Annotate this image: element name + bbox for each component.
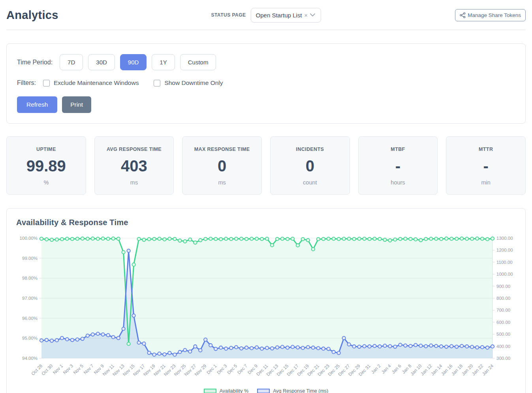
svg-text:Nov 3: Nov 3 <box>62 363 74 375</box>
filter-show-downtime[interactable]: Show Downtime Only <box>154 79 223 86</box>
manage-share-tokens-button[interactable]: Manage Share Tokens <box>455 9 526 21</box>
response-legend-label: Avg Response Time (ms) <box>273 388 328 393</box>
svg-text:Dec 7: Dec 7 <box>237 363 248 375</box>
status-page-select[interactable]: Open Startup List × <box>251 8 321 23</box>
svg-text:1100.00: 1100.00 <box>496 260 513 265</box>
stat-card-incidents: INCIDENTS 0 count <box>270 136 350 195</box>
time-period-button-custom[interactable]: Custom <box>180 54 216 70</box>
filter-show-downtime-label: Show Downtime Only <box>164 79 223 86</box>
stat-unit: hours <box>362 179 434 186</box>
svg-text:800.00: 800.00 <box>496 296 510 301</box>
svg-text:Nov 1: Nov 1 <box>52 363 64 375</box>
svg-text:Jan 12: Jan 12 <box>420 363 433 376</box>
print-button[interactable]: Print <box>62 96 91 113</box>
svg-text:700.00: 700.00 <box>496 308 510 312</box>
time-period-row: Time Period: 7D 30D 90D 1Y Custom <box>17 54 515 70</box>
svg-text:900.00: 900.00 <box>496 284 510 289</box>
stat-label: MAX RESPONSE TIME <box>186 147 258 152</box>
status-page-label: STATUS PAGE <box>211 12 246 18</box>
svg-text:Nov 7: Nov 7 <box>83 363 94 375</box>
header-divider <box>6 30 526 30</box>
svg-text:98.00%: 98.00% <box>22 276 38 280</box>
svg-text:1000.00: 1000.00 <box>496 272 513 276</box>
svg-text:Dec 31: Dec 31 <box>358 363 371 377</box>
svg-text:500.00: 500.00 <box>496 332 510 337</box>
svg-text:Jan 22: Jan 22 <box>471 363 484 376</box>
header: Analytics STATUS PAGE Open Startup List … <box>6 6 526 24</box>
stat-value: - <box>362 157 434 175</box>
stat-card-uptime: UPTIME 99.89 % <box>6 136 86 195</box>
legend-item-response-time[interactable]: Avg Response Time (ms) <box>257 388 328 393</box>
stat-label: MTTR <box>449 147 522 152</box>
share-icon <box>460 12 466 18</box>
svg-text:Nov 5: Nov 5 <box>73 363 85 375</box>
time-period-button-7d[interactable]: 7D <box>60 54 83 70</box>
availability-legend-label: Availability % <box>220 388 248 393</box>
page-title: Analytics <box>6 9 58 22</box>
svg-text:96.00%: 96.00% <box>22 316 38 321</box>
svg-text:Oct 28: Oct 28 <box>30 363 43 376</box>
refresh-button[interactable]: Refresh <box>17 96 57 113</box>
stat-unit: ms <box>98 179 171 186</box>
stat-card-max-response: MAX RESPONSE TIME 0 ms <box>182 136 262 195</box>
svg-text:Jan 18: Jan 18 <box>451 363 464 376</box>
clear-selection-icon[interactable]: × <box>304 12 308 18</box>
svg-text:Nov 29: Nov 29 <box>194 363 207 377</box>
status-page-value: Open Startup List <box>256 12 302 19</box>
svg-text:Jan 20: Jan 20 <box>461 363 474 376</box>
stat-value: - <box>449 157 522 175</box>
legend-item-availability[interactable]: Availability % <box>204 388 248 393</box>
time-period-label: Time Period: <box>17 59 53 66</box>
time-period-button-30d[interactable]: 30D <box>88 54 115 70</box>
svg-text:99.00%: 99.00% <box>22 256 38 261</box>
status-page-group: STATUS PAGE Open Startup List × <box>211 8 321 23</box>
chevron-down-icon <box>310 13 315 17</box>
svg-text:94.00%: 94.00% <box>22 356 38 361</box>
controls-panel: Time Period: 7D 30D 90D 1Y Custom Filter… <box>6 43 526 124</box>
chart-title: Availability & Response Time <box>16 218 516 227</box>
stat-value: 0 <box>274 157 346 175</box>
svg-text:400.00: 400.00 <box>496 344 510 349</box>
stat-unit: % <box>10 179 83 186</box>
filter-exclude-maintenance-label: Exclude Maintenance Windows <box>54 79 139 86</box>
stat-card-avg-response: AVG RESPONSE TIME 403 ms <box>94 136 174 195</box>
filter-exclude-maintenance[interactable]: Exclude Maintenance Windows <box>43 79 139 86</box>
filters-row: Filters: Exclude Maintenance Windows Sho… <box>17 79 515 86</box>
svg-text:Jan 6: Jan 6 <box>391 363 402 374</box>
stat-value: 403 <box>98 157 171 175</box>
stat-card-mttr: MTTR - min <box>446 136 526 195</box>
svg-text:300.00: 300.00 <box>496 356 510 361</box>
stats-row: UPTIME 99.89 % AVG RESPONSE TIME 403 ms … <box>6 136 526 195</box>
filters-label: Filters: <box>17 79 36 86</box>
stat-label: AVG RESPONSE TIME <box>98 147 171 152</box>
svg-text:Dec 3: Dec 3 <box>216 363 228 375</box>
svg-text:100.00%: 100.00% <box>20 236 38 241</box>
svg-text:Jan 24: Jan 24 <box>481 363 494 376</box>
stat-value: 0 <box>186 157 258 175</box>
svg-text:Jan 10: Jan 10 <box>410 363 423 376</box>
time-period-button-90d[interactable]: 90D <box>120 54 147 70</box>
stat-unit: ms <box>186 179 258 186</box>
time-period-button-1y[interactable]: 1Y <box>152 54 175 70</box>
svg-text:95.00%: 95.00% <box>22 336 38 340</box>
svg-text:97.00%: 97.00% <box>22 296 38 301</box>
svg-text:Dec 5: Dec 5 <box>226 363 238 375</box>
stat-label: MTBF <box>362 147 434 152</box>
stat-unit: count <box>274 179 346 186</box>
availability-response-chart: 100.00%99.00%98.00%97.00%96.00%95.00%94.… <box>16 233 516 387</box>
svg-text:Jan 2: Jan 2 <box>370 363 382 374</box>
stat-label: INCIDENTS <box>274 147 346 152</box>
checkbox-exclude-maintenance[interactable] <box>43 80 50 86</box>
svg-text:Jan 16: Jan 16 <box>440 363 453 376</box>
svg-text:Jan 4: Jan 4 <box>380 363 392 375</box>
manage-share-tokens-label: Manage Share Tokens <box>468 12 521 18</box>
svg-text:1300.00: 1300.00 <box>496 236 513 241</box>
svg-text:1200.00: 1200.00 <box>496 248 513 252</box>
svg-text:Oct 30: Oct 30 <box>41 363 53 376</box>
chart-panel: Availability & Response Time 100.00%99.0… <box>6 208 526 393</box>
chart-legend: Availability % Avg Response Time (ms) <box>16 388 516 393</box>
svg-text:Dec 1: Dec 1 <box>206 363 218 375</box>
availability-legend-swatch <box>204 389 216 393</box>
stat-card-mtbf: MTBF - hours <box>358 136 438 195</box>
checkbox-show-downtime[interactable] <box>154 80 160 86</box>
